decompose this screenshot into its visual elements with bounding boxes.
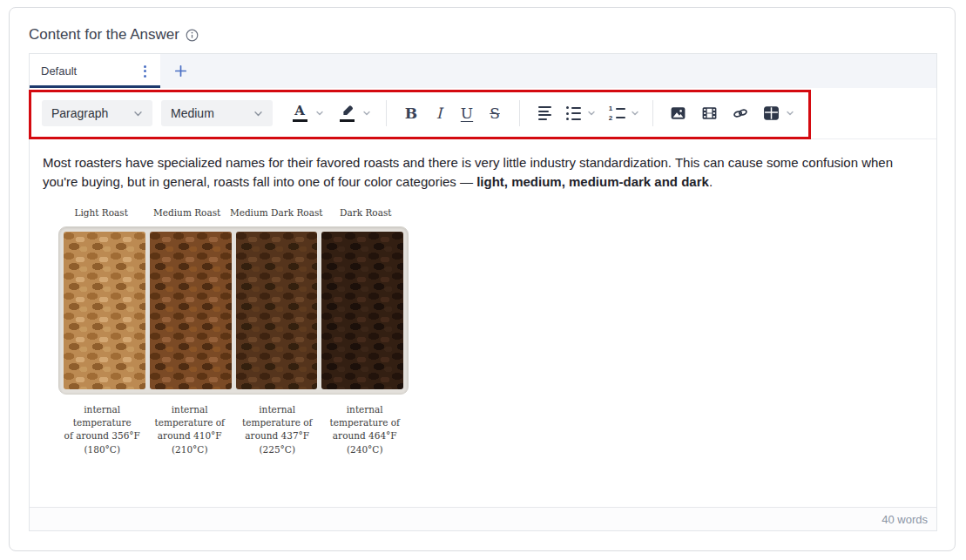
italic-button[interactable]: I	[425, 98, 453, 129]
roast-caption: internal temperature of around 437°F (22…	[233, 403, 321, 456]
card-header: Content for the Answer	[10, 8, 955, 44]
text-color-button[interactable]: A	[290, 105, 309, 123]
editor-status-bar: 40 words	[30, 507, 936, 530]
tab-default[interactable]: Default	[30, 54, 160, 88]
italic-icon: I	[436, 105, 442, 122]
paragraph-text-end: .	[709, 174, 713, 189]
format-dropdown-value: Paragraph	[51, 106, 108, 120]
bullet-list-chevron[interactable]	[584, 108, 598, 118]
medium-roast-beans	[150, 232, 232, 389]
chevron-down-icon	[314, 108, 325, 118]
paragraph-format-dropdown[interactable]: Paragraph	[42, 100, 152, 126]
text-color-menu-chevron[interactable]	[313, 108, 327, 118]
align-left-icon	[538, 106, 551, 120]
add-tab-button[interactable]	[160, 54, 200, 88]
roast-caption: internal temperature of around 356°F (18…	[58, 403, 146, 456]
chevron-down-icon	[586, 108, 597, 118]
film-icon	[701, 105, 718, 121]
roast-label: Medium Dark Roast	[230, 203, 323, 222]
dark-roast-beans	[321, 232, 403, 389]
numbered-list-icon: 1 2	[609, 105, 625, 121]
answer-paragraph: Most roasters have specialized names for…	[43, 153, 922, 192]
content-card: Content for the Answer Default Paragraph	[9, 7, 956, 551]
tab-menu-dots-icon[interactable]	[140, 62, 150, 81]
text-color-a-icon: A	[294, 105, 305, 118]
plus-icon	[174, 64, 187, 78]
strikethrough-icon: S	[488, 105, 502, 122]
underline-icon: U	[461, 105, 473, 122]
chevron-down-icon	[253, 108, 264, 119]
font-size-dropdown[interactable]: Medium	[161, 100, 273, 126]
editor-content-area[interactable]: Most roasters have specialized names for…	[30, 139, 936, 507]
roast-label: Dark Roast	[323, 203, 409, 222]
size-dropdown-value: Medium	[171, 106, 214, 120]
underline-button[interactable]: U	[453, 98, 481, 129]
bold-icon: B	[405, 105, 417, 122]
insert-table-button[interactable]	[759, 98, 783, 129]
numbered-list-button[interactable]: 1 2	[605, 98, 628, 129]
table-icon	[763, 105, 780, 121]
bullet-list-button[interactable]	[562, 98, 584, 129]
roast-label: Medium Roast	[144, 203, 229, 222]
text-color-swatch	[293, 119, 307, 123]
info-icon[interactable]	[186, 29, 199, 42]
chevron-down-icon	[785, 108, 795, 118]
light-roast-beans	[64, 232, 145, 389]
toolbar-separator	[386, 100, 387, 126]
numbered-list-chevron[interactable]	[628, 108, 642, 118]
chevron-down-icon	[630, 108, 640, 118]
highlight-color-menu-chevron[interactable]	[360, 108, 374, 118]
insert-image-button[interactable]	[665, 98, 690, 129]
roast-caption: internal temperature of around 464°F (24…	[321, 403, 409, 456]
bullet-list-icon	[566, 106, 581, 120]
bold-button[interactable]: B	[397, 98, 425, 129]
align-button[interactable]	[532, 98, 557, 129]
insert-link-button[interactable]	[727, 98, 753, 129]
coffee-beans-photo	[58, 226, 409, 395]
toolbar: Paragraph Medium A B	[30, 88, 936, 139]
highlight-color-button[interactable]	[337, 105, 356, 123]
paragraph-text: Most roasters have specialized names for…	[43, 155, 893, 189]
tab-bar: Default	[30, 54, 936, 88]
chevron-down-icon	[361, 108, 372, 118]
tab-label: Default	[41, 64, 77, 78]
medium-dark-roast-beans	[236, 232, 318, 389]
roast-labels: Light Roast Medium Roast Medium Dark Roa…	[58, 203, 409, 222]
roast-label: Light Roast	[58, 203, 144, 222]
link-icon	[732, 105, 749, 121]
insert-media-button[interactable]	[697, 98, 721, 129]
image-icon	[670, 105, 686, 121]
chevron-down-icon	[132, 108, 144, 119]
roast-comparison-image[interactable]: Light Roast Medium Roast Medium Dark Roa…	[58, 203, 409, 456]
paragraph-bold-text: light, medium, medium-dark and dark	[476, 174, 709, 189]
word-count: 40 words	[882, 513, 928, 526]
highlight-color-swatch	[340, 119, 355, 123]
strikethrough-button[interactable]: S	[481, 98, 509, 129]
roast-caption: internal temperature of around 410°F (21…	[146, 403, 234, 456]
marker-pen-icon	[340, 105, 355, 118]
toolbar-separator	[519, 100, 520, 126]
roast-captions: internal temperature of around 356°F (18…	[58, 403, 409, 456]
rich-text-editor: Default Paragraph Medium A	[29, 53, 937, 531]
table-menu-chevron[interactable]	[783, 108, 797, 118]
page-title: Content for the Answer	[29, 26, 179, 44]
toolbar-separator	[652, 100, 653, 126]
